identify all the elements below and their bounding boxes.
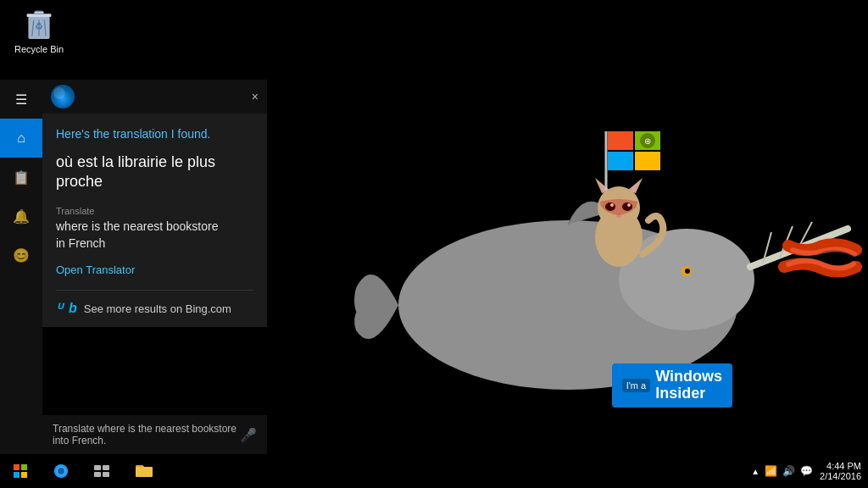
windows-insider-badge: I'm a Windows Insider (612, 363, 732, 408)
svg-rect-37 (103, 465, 109, 470)
cortana-input-text: Translate where is the nearest bookstore… (53, 423, 240, 446)
narwhal-scene-svg: ⊛ (271, 0, 865, 454)
file-explorer-icon (136, 463, 153, 477)
svg-rect-30 (21, 464, 27, 470)
svg-rect-38 (94, 472, 101, 477)
taskbar-right: ▲ 📶 🔊 💬 4:44 PM 2/14/2016 (751, 461, 868, 481)
taskbar: ▲ 📶 🔊 💬 4:44 PM 2/14/2016 (0, 454, 868, 488)
svg-point-14 (685, 269, 690, 274)
cortana-translate-label: Translate (56, 206, 253, 216)
task-view-button[interactable] (81, 454, 122, 488)
cortana-open-translator-link[interactable]: Open Translator (56, 263, 253, 276)
svg-text:⊛: ⊛ (644, 136, 651, 146)
bing-icon: ᵁ‍ (56, 301, 62, 317)
recycle-bin[interactable]: ♻ Recycle Bin (14, 7, 64, 54)
im-a-label: I'm a (622, 379, 651, 392)
feedback-icon: 😊 (13, 247, 30, 263)
start-button[interactable] (0, 454, 41, 488)
taskbar-left (0, 454, 122, 488)
home-icon: ⌂ (17, 130, 25, 146)
svg-rect-36 (94, 465, 101, 470)
bing-logo-letter: b (69, 301, 77, 316)
cortana-bing-link[interactable]: ᵁ‍ b See more results on Bing.com (56, 301, 253, 317)
svg-rect-26 (635, 152, 660, 170)
cortana-french-translation: où est la librairie le plus proche (56, 152, 253, 192)
desktop-artwork: ⊛ (267, 0, 868, 454)
chevron-up-icon[interactable]: ▲ (751, 467, 760, 476)
cortana-input-area[interactable]: Translate where is the nearest bookstore… (42, 415, 267, 454)
svg-text:♻: ♻ (35, 21, 43, 31)
notebook-icon: 📋 (13, 169, 30, 186)
sidebar-item-home[interactable]: ⌂ (0, 119, 42, 158)
svg-rect-40 (136, 467, 153, 477)
task-view-icon (94, 465, 109, 477)
desktop: ♻ Recycle Bin (0, 0, 868, 488)
svg-rect-39 (103, 472, 109, 477)
cortana-divider (56, 290, 253, 291)
sidebar-item-reminders[interactable]: 🔔 (0, 197, 42, 236)
cortana-close-button[interactable]: × (252, 90, 259, 103)
taskbar-middle (125, 454, 163, 488)
svg-rect-29 (14, 464, 19, 470)
sidebar-hamburger-button[interactable]: ☰ (0, 80, 42, 119)
recycle-bin-icon: ♻ (24, 7, 54, 41)
cortana-header: × (42, 80, 267, 114)
sidebar-item-feedback[interactable]: 😊 (0, 236, 42, 274)
recycle-bin-label: Recycle Bin (14, 44, 64, 54)
svg-rect-23 (608, 131, 633, 150)
taskbar-clock[interactable]: 4:44 PM 2/14/2016 (820, 461, 861, 481)
taskbar-system-icons: ▲ 📶 🔊 💬 (751, 465, 813, 477)
sidebar-item-notebook[interactable]: 📋 (0, 158, 42, 197)
windows-logo-icon (14, 464, 27, 478)
cortana-content: Here's the translation I found. où est l… (42, 114, 267, 327)
bing-text: See more results on Bing.com (84, 302, 231, 315)
cortana-language: in French (56, 236, 253, 250)
cortana-original-text: where is the nearest bookstore (56, 219, 253, 233)
cortana-taskbar-button[interactable] (41, 454, 81, 488)
cortana-taskbar-icon (53, 463, 69, 479)
cortana-logo (51, 85, 75, 108)
svg-rect-31 (14, 472, 19, 478)
date-display: 2/14/2016 (820, 471, 861, 481)
hamburger-icon: ☰ (15, 92, 27, 108)
volume-icon[interactable]: 🔊 (782, 465, 795, 477)
network-icon[interactable]: 📶 (765, 465, 777, 477)
sidebar-nav: ☰ ⌂ 📋 🔔 😊 (0, 80, 42, 454)
svg-rect-32 (21, 472, 27, 478)
file-explorer-taskbar-button[interactable] (125, 454, 163, 488)
svg-rect-25 (608, 152, 633, 170)
time-display: 4:44 PM (826, 461, 861, 471)
action-center-icon[interactable]: 💬 (800, 465, 813, 477)
cortana-result-title: Here's the translation I found. (56, 127, 253, 141)
microphone-icon[interactable]: 🎤 (240, 427, 257, 443)
windows-insider-text: Windows Insider (655, 369, 722, 402)
bell-icon: 🔔 (13, 208, 30, 225)
